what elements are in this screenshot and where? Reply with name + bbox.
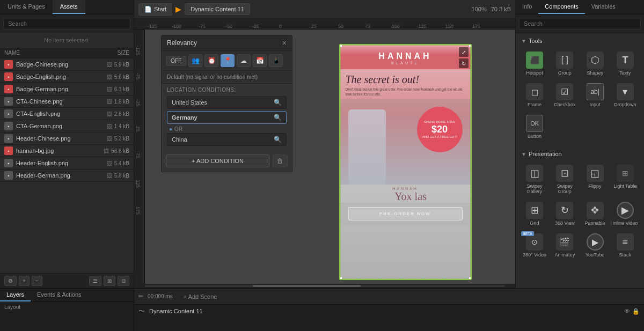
list-item[interactable]: ▪ CTA-German.png 🖼 1.4 kB — [0, 120, 134, 133]
scrollbar-track[interactable] — [145, 285, 504, 287]
list-item[interactable]: ▪ CTA-English.png 🖼 2.8 kB — [0, 108, 134, 120]
people-icon-btn[interactable]: 👥 — [188, 54, 202, 67]
tool-texty[interactable]: T Texty — [611, 48, 640, 79]
horizontal-scrollbar[interactable] — [134, 284, 515, 288]
asset-name: Header-German.png — [16, 172, 107, 179]
texty-label: Texty — [619, 70, 631, 76]
tool-swipey-gallery[interactable]: ◫ Swipey Gallery — [520, 161, 549, 197]
asset-icon: ▪ — [4, 85, 13, 93]
asset-name: CTA-German.png — [16, 123, 107, 129]
list-item[interactable]: ▪ Header-German.png 🖼 5.8 kB — [0, 170, 134, 182]
tool-360-view[interactable]: ↻ 360 View — [550, 198, 579, 229]
tool-button[interactable]: OK Button — [520, 112, 549, 142]
canvas-scroll[interactable]: Relevancy × OFF 👥 ⏰ 📍 ☁ 📅 📱 Defau — [145, 30, 515, 284]
relevancy-toolbar: OFF 👥 ⏰ 📍 ☁ 📅 📱 — [162, 51, 292, 71]
condition-row-us[interactable]: United States 🔍 — [167, 96, 287, 109]
frame-icon: ◻ — [526, 83, 543, 100]
tool-swipey-group[interactable]: ⊡ Swipey Group — [550, 161, 579, 197]
light-table-icon: ⊞ — [617, 165, 634, 182]
scene-btn[interactable]: Dynamic Content 11 — [185, 3, 250, 15]
list-item[interactable]: ▪ hannah-bg.jpg 🖼 56.6 kB — [0, 145, 134, 157]
settings-btn[interactable]: ⚙ — [4, 276, 17, 286]
tool-light-table[interactable]: ⊞ Light Table — [611, 161, 640, 197]
asset-size: 2.8 kB — [114, 111, 129, 117]
preview-expand-btn[interactable]: ⤢ — [459, 47, 469, 57]
grid-view-btn[interactable]: ⊞ — [104, 276, 115, 286]
tool-checkbox[interactable]: ☑ Checkbox — [550, 80, 579, 111]
presentation-section-header[interactable]: ▼ Presentation — [518, 149, 642, 159]
start-btn[interactable]: 📄 Start — [138, 3, 172, 16]
tool-youtube[interactable]: ▶ YouTube — [581, 230, 610, 261]
tool-frame[interactable]: ◻ Frame — [520, 80, 549, 111]
tool-flippy[interactable]: ◱ Flippy — [581, 161, 610, 197]
tool-animatey[interactable]: 🎬 Animatey — [550, 230, 579, 261]
toggle-off-btn[interactable]: OFF — [166, 56, 186, 66]
tools-section-header[interactable]: ▼ Tools — [518, 35, 642, 46]
list-view-btn[interactable]: ☰ — [89, 276, 101, 286]
list-item[interactable]: ▪ CTA-Chinese.png 🖼 1.8 kB — [0, 95, 134, 108]
preview-refresh-btn[interactable]: ↻ — [459, 58, 469, 68]
list-item[interactable]: ▪ Header-Chinese.png 🖼 5.3 kB — [0, 133, 134, 145]
location-icon-btn[interactable]: 📍 — [221, 54, 235, 67]
device-icon-btn[interactable]: 📱 — [269, 54, 283, 67]
tool-input[interactable]: ab| Input — [581, 80, 610, 111]
tool-pannable[interactable]: ✥ Pannable — [581, 198, 610, 229]
condition-de-search[interactable]: 🔍 — [274, 114, 282, 121]
tab-info[interactable]: Info — [516, 0, 538, 14]
timeline-time: 00:000 ms — [148, 293, 173, 299]
condition-us-search[interactable]: 🔍 — [274, 99, 282, 106]
left-search-bar — [0, 14, 134, 33]
left-search-input[interactable] — [3, 18, 130, 30]
tool-shapey[interactable]: ⬡ Shapey — [581, 48, 610, 79]
animatey-icon: 🎬 — [556, 233, 573, 251]
list-item[interactable]: ▪ Badge-English.png 🖼 5.6 kB — [0, 71, 134, 83]
tool-grid[interactable]: ⊞ Grid — [520, 198, 549, 229]
timeline-layer: 〜 Dynamic Content 11 👁 🔒 — [134, 305, 644, 318]
list-item[interactable]: ▪ Badge-Chinese.png 🖼 5.9 kB — [0, 58, 134, 71]
weather-icon-btn[interactable]: ☁ — [237, 54, 251, 67]
preview-cta-btn[interactable]: PRE-ORDER NOW — [348, 207, 463, 220]
list-item[interactable]: ▪ Badge-German.png 🖼 6.1 kB — [0, 83, 134, 95]
delete-condition-btn[interactable]: 🗑 — [273, 155, 288, 167]
clock-icon-btn[interactable]: ⏰ — [204, 54, 218, 67]
right-search-input[interactable] — [519, 18, 641, 30]
tab-units-pages[interactable]: Units & Pages — [0, 0, 53, 14]
location-conditions: LOCATION CONDITIONS: United States 🔍 Ger… — [162, 84, 292, 150]
scrollbar-thumb[interactable] — [253, 285, 361, 287]
thumb-view-btn[interactable]: ⊟ — [118, 276, 129, 286]
texty-icon: T — [617, 52, 634, 69]
tool-group[interactable]: [ ] Group — [550, 48, 579, 79]
asset-name: Header-Chinese.png — [16, 135, 107, 142]
inline-video-icon: ▶ — [617, 202, 634, 219]
timeline-bar: ✏ 00:000 ms + Add Scene — [134, 289, 644, 305]
remove-asset-btn[interactable]: − — [32, 276, 42, 286]
layer-visibility-btn[interactable]: 👁 — [624, 308, 630, 315]
calendar-icon-btn[interactable]: 📅 — [253, 54, 267, 67]
layer-lock-btn[interactable]: 🔒 — [632, 308, 640, 315]
condition-row-de[interactable]: Germany 🔍 — [167, 111, 287, 124]
tool-360-video[interactable]: BETA ⊙ 360° Video — [520, 230, 549, 261]
canvas-area[interactable]: -125 -75 -25 25 75 125 175 Relevancy — [134, 30, 515, 284]
add-condition-btn[interactable]: + ADD CONDITION — [166, 155, 269, 167]
tab-variables[interactable]: Variables — [585, 0, 622, 14]
asset-type-icon: 🖼 — [107, 160, 112, 166]
tab-layers[interactable]: Layers — [0, 289, 31, 301]
tool-hotspot[interactable]: ⬛ Hotspot — [520, 48, 549, 79]
no-item-label: No item selected. — [0, 33, 134, 48]
tool-stack[interactable]: ≡ Stack — [611, 230, 640, 261]
tool-dropdown[interactable]: ▾ Dropdown — [611, 80, 640, 111]
button-label: Button — [528, 134, 541, 139]
swipey-group-label: Swipey Group — [551, 183, 578, 194]
add-scene-btn[interactable]: + Add Scene — [184, 293, 217, 300]
tab-assets[interactable]: Assets — [53, 0, 85, 14]
relevancy-title: Relevancy — [167, 39, 197, 47]
tool-inline-video[interactable]: ▶ Inline Video — [611, 198, 640, 229]
right-panel-tabs: Info Components Variables — [516, 0, 644, 14]
tab-events-actions[interactable]: Events & Actions — [31, 289, 88, 301]
condition-cn-search[interactable]: 🔍 — [274, 136, 282, 143]
tab-components[interactable]: Components — [538, 0, 584, 14]
relevancy-close-btn[interactable]: × — [282, 39, 287, 47]
list-item[interactable]: ▪ Header-English.png 🖼 5.4 kB — [0, 157, 134, 170]
add-asset-btn[interactable]: + — [19, 276, 30, 286]
condition-row-cn[interactable]: China 🔍 — [167, 133, 287, 146]
